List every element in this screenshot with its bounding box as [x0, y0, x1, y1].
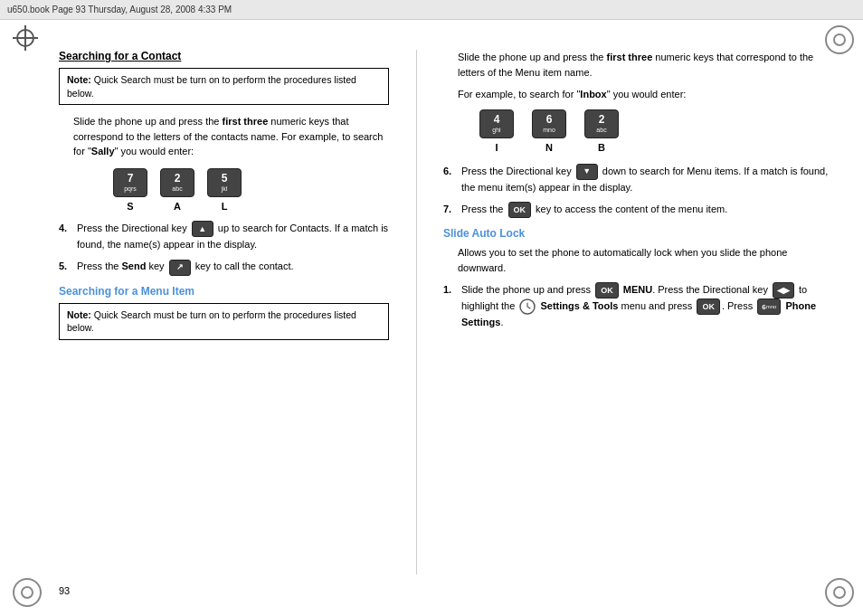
key-2-number: 2	[175, 172, 181, 185]
key-4-number: 4	[494, 113, 500, 126]
key-item-s: 7 pqrs S	[113, 168, 147, 212]
step-7-text: Press the OK key to access the content o…	[461, 202, 832, 218]
note-text-2: Quick Search must be turn on to perform …	[67, 309, 356, 334]
key-l-label: L	[222, 201, 228, 212]
intro-text-right: Slide the phone up and press the first t…	[458, 50, 832, 80]
slide-step-1: 1. Slide the phone up and press OK MENU.…	[443, 282, 832, 330]
target-bl	[13, 578, 42, 607]
key-item-b: 2 abc B	[584, 109, 619, 153]
corner-mark-tl	[13, 25, 38, 51]
crosshair-tl	[13, 25, 38, 51]
step-4-num: 4.	[59, 221, 77, 252]
key-2b-number: 2	[599, 113, 605, 126]
note-box-2: Note: Quick Search must be turn on to pe…	[59, 303, 389, 340]
target-inner-bl	[21, 586, 33, 599]
step-4: 4. Press the Directional key ▲ up to sea…	[59, 221, 389, 252]
section-title-searching-contact: Searching for a Contact	[59, 50, 389, 62]
note-box-1: Note: Quick Search must be turn on to pe…	[59, 68, 389, 105]
key-button-2b: 2 abc	[584, 109, 619, 138]
step-5-text: Press the Send key ↗ key to call the con…	[77, 259, 389, 275]
target-inner-br	[833, 586, 846, 599]
crosshair-circle-tl	[16, 29, 34, 47]
key-7-letters: pqrs	[124, 185, 137, 193]
slide-auto-lock-text: Allows you to set the phone to automatic…	[458, 245, 832, 275]
step-6: 6. Press the Directional key ▼ down to s…	[443, 164, 832, 195]
key-4-letters: ghi	[492, 127, 500, 134]
content-right: Slide the phone up and press the first t…	[443, 50, 832, 337]
key-s-label: S	[127, 201, 133, 212]
ok-key-settings: OK	[697, 299, 720, 315]
key-button-7: 7 pqrs	[113, 168, 147, 197]
directional-key-highlight: ◀▶	[773, 282, 794, 299]
key-7-number: 7	[128, 172, 134, 185]
subsection-title-menu-item: Searching for a Menu Item	[59, 285, 389, 298]
step-5: 5. Press the Send key ↗ key to call the …	[59, 259, 389, 275]
header-text: u650.book Page 93 Thursday, August 28, 2…	[7, 5, 232, 14]
column-divider	[416, 50, 417, 574]
key-display-sal: 7 pqrs S 2 abc A 5 jkl L	[113, 168, 389, 212]
step-4-text: Press the Directional key ▲ up to search…	[77, 221, 389, 252]
slide-auto-lock-title: Slide Auto Lock	[443, 227, 832, 240]
target-inner-tr	[833, 33, 846, 46]
key-6-letters: mno	[543, 127, 555, 134]
step-5-num: 5.	[59, 259, 77, 275]
note-label-1: Note:	[67, 74, 94, 85]
key-item-n: 6 mno N	[532, 109, 566, 153]
key-n-label: N	[545, 142, 553, 153]
key-2b-letters: abc	[596, 127, 606, 134]
ok-key-menu: OK	[595, 282, 619, 299]
slide-step-1-num: 1.	[443, 282, 461, 330]
directional-key-down: ▼	[576, 164, 598, 180]
key-6-number: 6	[546, 113, 553, 126]
step-6-text: Press the Directional key ▼ down to sear…	[461, 164, 832, 195]
note-label-2: Note:	[67, 309, 94, 320]
key-i-label: I	[495, 142, 498, 153]
key-5-number: 5	[222, 172, 228, 185]
key-button-4: 4 ghi	[479, 109, 514, 138]
key-2-letters: abc	[172, 185, 182, 193]
key-b-label: B	[598, 142, 605, 153]
send-key: ↗	[169, 260, 191, 276]
key-button-5: 5 jkl	[207, 168, 242, 197]
key-6-mno: 6mno	[757, 299, 781, 315]
note-text-1: Quick Search must be turn on to perform …	[67, 74, 356, 99]
page-container: u650.book Page 93 Thursday, August 28, 2…	[0, 0, 863, 616]
directional-key-up: ▲	[192, 221, 213, 237]
slide-step-1-text: Slide the phone up and press OK MENU. Pr…	[461, 282, 832, 330]
key-display-inb: 4 ghi I 6 mno N 2 abc B	[479, 109, 832, 153]
key-button-2: 2 abc	[160, 168, 194, 197]
step-6-num: 6.	[443, 164, 461, 195]
key-5-letters: jkl	[222, 185, 228, 193]
step-7-num: 7.	[443, 202, 461, 218]
header-bar: u650.book Page 93 Thursday, August 28, 2…	[0, 0, 863, 20]
content-left: Searching for a Contact Note: Quick Sear…	[59, 50, 389, 349]
page-number: 93	[59, 585, 70, 596]
step-7: 7. Press the OK key to access the conten…	[443, 202, 832, 218]
ok-key-step7: OK	[508, 202, 532, 218]
corner-mark-bl	[13, 578, 38, 603]
example-text-right: For example, to search for "Inbox" you w…	[458, 87, 832, 102]
target-br	[825, 578, 854, 607]
corner-mark-br	[825, 578, 850, 603]
key-item-l: 5 jkl L	[207, 168, 242, 212]
key-a-label: A	[174, 201, 181, 212]
key-button-6: 6 mno	[532, 109, 566, 138]
key-item-a: 2 abc A	[160, 168, 194, 212]
intro-text-left: Slide the phone up and press the first t…	[73, 114, 389, 159]
key-item-i: 4 ghi I	[479, 109, 514, 153]
corner-mark-tr	[825, 25, 850, 51]
